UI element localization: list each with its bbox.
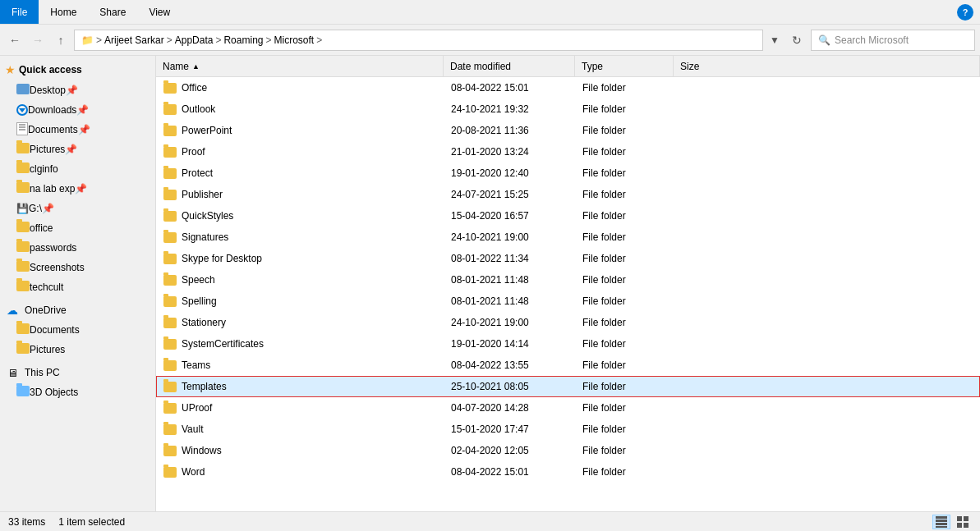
col-name-label: Name bbox=[163, 61, 189, 72]
file-date-cell: 15-01-2020 17:47 bbox=[444, 419, 576, 439]
col-header-size[interactable]: Size bbox=[674, 56, 980, 76]
breadcrumb-user[interactable]: Arijeet Sarkar bbox=[104, 34, 164, 46]
col-header-type[interactable]: Type bbox=[575, 56, 674, 76]
sidebar-3dobjects[interactable]: 3D Objects bbox=[0, 382, 155, 402]
folder-icon bbox=[163, 254, 177, 264]
sidebar-onedrive[interactable]: ☁ OneDrive bbox=[0, 300, 155, 320]
folder-icon bbox=[163, 318, 177, 328]
sidebar-item-label: Screenshots bbox=[30, 262, 85, 273]
table-row[interactable]: Teams08-04-2022 13:55File folder bbox=[156, 355, 980, 376]
table-row[interactable]: Skype for Desktop08-01-2022 11:34File fo… bbox=[156, 248, 980, 269]
pin-icon: 📌 bbox=[42, 203, 54, 214]
sidebar-item-downloads[interactable]: Downloads 📌 bbox=[0, 100, 155, 120]
col-header-date[interactable]: Date modified bbox=[444, 56, 575, 76]
search-box[interactable]: 🔍 Search Microsoft bbox=[811, 30, 975, 51]
folder-icon bbox=[163, 275, 177, 286]
sidebar-item-pictures[interactable]: Pictures 📌 bbox=[0, 140, 155, 159]
file-size-cell bbox=[674, 270, 979, 290]
sidebar-od-documents[interactable]: Documents bbox=[0, 320, 155, 340]
sidebar-item-screenshots[interactable]: Screenshots bbox=[0, 258, 155, 277]
table-row[interactable]: Windows02-04-2020 12:05File folder bbox=[156, 440, 980, 461]
large-icons-view-button[interactable] bbox=[954, 515, 972, 529]
sidebar-item-office[interactable]: office bbox=[0, 218, 155, 238]
svg-rect-5 bbox=[964, 516, 968, 521]
address-bar: ← → ↑ 📁 > Arijeet Sarkar > AppData > Roa… bbox=[0, 25, 980, 56]
file-type-cell: File folder bbox=[576, 227, 674, 247]
table-row[interactable]: Templates25-10-2021 08:05File folder bbox=[156, 376, 980, 397]
details-view-button[interactable] bbox=[932, 515, 950, 529]
sidebar-item-passwords[interactable]: passwords bbox=[0, 238, 155, 258]
table-row[interactable]: Outlook24-10-2021 19:32File folder bbox=[156, 98, 980, 120]
sidebar-item-techcult[interactable]: techcult bbox=[0, 277, 155, 297]
file-type-cell: File folder bbox=[576, 334, 674, 354]
file-name: Windows bbox=[182, 445, 222, 456]
table-row[interactable]: Signatures24-10-2021 19:00File folder bbox=[156, 227, 980, 248]
sidebar-item-label: Pictures bbox=[30, 344, 65, 355]
file-name-cell: Proof bbox=[157, 142, 444, 162]
forward-button[interactable]: → bbox=[28, 30, 48, 50]
table-row[interactable]: QuickStyles15-04-2020 16:57File folder bbox=[156, 205, 980, 227]
folder-icon bbox=[163, 147, 177, 158]
refresh-button[interactable]: ↻ bbox=[786, 30, 807, 51]
quick-access-header[interactable]: ★ Quick access bbox=[0, 59, 155, 80]
col-header-name[interactable]: Name ▲ bbox=[156, 56, 444, 76]
sidebar-item-clginfo[interactable]: clginfo bbox=[0, 159, 155, 179]
folder-icon bbox=[16, 163, 30, 176]
back-button[interactable]: ← bbox=[5, 30, 25, 50]
folder-icon bbox=[163, 467, 177, 478]
file-name-cell: Stationery bbox=[157, 313, 444, 332]
menu-tab-home[interactable]: Home bbox=[39, 0, 88, 24]
table-row[interactable]: Vault15-01-2020 17:47File folder bbox=[156, 419, 980, 440]
table-row[interactable]: Stationery24-10-2021 19:00File folder bbox=[156, 312, 980, 333]
file-size-cell bbox=[674, 185, 979, 204]
file-name: UProof bbox=[182, 402, 212, 414]
file-type-cell: File folder bbox=[576, 185, 674, 204]
file-size-cell bbox=[674, 291, 979, 311]
sidebar-item-gdrive[interactable]: 💾 G:\ 📌 bbox=[0, 199, 155, 218]
menu-tab-share[interactable]: Share bbox=[88, 0, 137, 24]
file-size-cell bbox=[674, 163, 979, 183]
sidebar-od-pictures[interactable]: Pictures bbox=[0, 340, 155, 359]
file-date-cell: 24-10-2021 19:00 bbox=[444, 227, 576, 247]
file-type-cell: File folder bbox=[576, 441, 674, 460]
breadcrumb-roaming[interactable]: Roaming bbox=[223, 34, 263, 46]
sidebar-item-label: office bbox=[30, 222, 53, 234]
file-size-cell bbox=[674, 142, 979, 162]
address-dropdown-button[interactable]: ▼ bbox=[766, 30, 783, 51]
sidebar-thispc[interactable]: 🖥 This PC bbox=[0, 363, 155, 382]
folder-icon bbox=[16, 323, 30, 336]
menu-tab-view[interactable]: View bbox=[137, 0, 182, 24]
table-row[interactable]: Publisher24-07-2021 15:25File folder bbox=[156, 184, 980, 205]
file-name: Publisher bbox=[182, 189, 223, 200]
main-area: ★ Quick access Desktop 📌 Downloads 📌 Doc… bbox=[0, 56, 980, 511]
breadcrumb-appdata[interactable]: AppData bbox=[175, 34, 214, 46]
sidebar: ★ Quick access Desktop 📌 Downloads 📌 Doc… bbox=[0, 56, 156, 511]
table-row[interactable]: Office08-04-2022 15:01File folder bbox=[156, 77, 980, 98]
breadcrumb-home[interactable]: 📁 bbox=[81, 34, 94, 46]
table-row[interactable]: Protect19-01-2020 12:40File folder bbox=[156, 163, 980, 184]
table-row[interactable]: Word08-04-2022 15:01File folder bbox=[156, 461, 980, 483]
menu-tab-file[interactable]: File bbox=[0, 0, 39, 24]
up-button[interactable]: ↑ bbox=[51, 30, 71, 50]
help-button[interactable]: ? bbox=[957, 4, 973, 21]
table-row[interactable]: PowerPoint20-08-2021 11:36File folder bbox=[156, 120, 980, 141]
table-row[interactable]: Speech08-01-2021 11:48File folder bbox=[156, 269, 980, 291]
sidebar-item-nalabexp[interactable]: na lab exp 📌 bbox=[0, 179, 155, 199]
file-date-cell: 08-01-2022 11:34 bbox=[444, 249, 576, 268]
folder-icon bbox=[163, 382, 177, 392]
table-row[interactable]: Proof21-01-2020 13:24File folder bbox=[156, 141, 980, 163]
sidebar-item-desktop[interactable]: Desktop 📌 bbox=[0, 80, 155, 100]
folder-icon bbox=[16, 343, 30, 356]
file-name: Protect bbox=[182, 167, 213, 179]
table-row[interactable]: UProof04-07-2020 14:28File folder bbox=[156, 397, 980, 419]
file-size-cell bbox=[674, 313, 979, 332]
breadcrumb-microsoft[interactable]: Microsoft bbox=[274, 34, 315, 46]
table-row[interactable]: Spelling08-01-2021 11:48File folder bbox=[156, 291, 980, 312]
file-size-cell bbox=[674, 398, 979, 418]
status-left: 33 items 1 item selected bbox=[8, 516, 125, 528]
address-path[interactable]: 📁 > Arijeet Sarkar > AppData > Roaming >… bbox=[74, 30, 763, 51]
sidebar-item-documents[interactable]: Documents 📌 bbox=[0, 120, 155, 140]
file-type-cell: File folder bbox=[576, 291, 674, 311]
col-size-label: Size bbox=[680, 61, 699, 72]
table-row[interactable]: SystemCertificates19-01-2020 14:14File f… bbox=[156, 333, 980, 355]
